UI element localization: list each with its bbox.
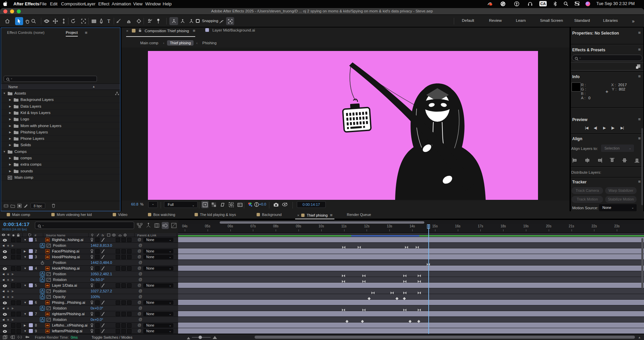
- switch-cell[interactable]: [116, 312, 120, 316]
- stopwatch-icon[interactable]: [40, 306, 45, 311]
- property-pickwhip-icon[interactable]: @: [139, 294, 142, 298]
- project-settings-icon[interactable]: [23, 204, 28, 210]
- quality-switch-icon[interactable]: [101, 249, 105, 254]
- resolution-dropdown[interactable]: Full ⌄: [164, 201, 198, 208]
- audio-cell[interactable]: [11, 255, 15, 259]
- timeline-work-area[interactable]: [178, 233, 644, 237]
- parent-link-dropdown[interactable]: None⌄: [143, 323, 173, 328]
- layer-visibility-eye-icon[interactable]: [3, 313, 7, 317]
- trash-icon[interactable]: [51, 203, 56, 210]
- switch-cell[interactable]: [121, 249, 126, 253]
- layer-row-5[interactable]: ▼5AiLayer 1/Data.ai@None⌄: [0, 283, 178, 288]
- quality-switch-icon[interactable]: [101, 312, 105, 317]
- current-time-indicator[interactable]: [428, 224, 429, 334]
- stopwatch-icon[interactable]: [40, 260, 45, 265]
- solo-cell[interactable]: [16, 300, 21, 305]
- parent-pickwhip-icon[interactable]: @: [138, 300, 141, 304]
- parent-link-dropdown[interactable]: None⌄: [143, 329, 173, 333]
- switch-cell[interactable]: [95, 323, 100, 328]
- tracker-menu-icon[interactable]: ≡: [638, 179, 641, 184]
- snap-to-features-icon[interactable]: [217, 17, 225, 25]
- chevron-right-icon[interactable]: ▶: [9, 124, 11, 127]
- pan-camera-tool[interactable]: [51, 17, 59, 25]
- quality-switch-icon[interactable]: [101, 266, 105, 271]
- search-scope-chevron-icon[interactable]: ⌄: [579, 56, 581, 59]
- sort-ascending-icon[interactable]: ▲: [92, 85, 95, 88]
- chevron-right-icon[interactable]: ▶: [9, 157, 11, 160]
- snapping-checkbox[interactable]: [196, 19, 200, 23]
- layer-duration-bar[interactable]: [178, 254, 644, 260]
- property-pickwhip-icon[interactable]: @: [139, 277, 142, 281]
- tab-composition-viewer[interactable]: × Composition Thief phising ≡: [126, 28, 195, 37]
- switch-cell[interactable]: [121, 329, 126, 333]
- parent-link-column-label[interactable]: Parent & Link: [137, 233, 156, 237]
- layer-row-9[interactable]: ▼9Aileftarm/Phishing.ai@None⌄: [0, 328, 178, 334]
- solo-cell[interactable]: [16, 283, 21, 288]
- switch-cell[interactable]: [127, 255, 131, 259]
- track-motion-button[interactable]: Track Motion: [572, 196, 603, 203]
- workspace-review[interactable]: Review: [489, 18, 502, 22]
- comp-tab-background[interactable]: Background: [257, 213, 282, 217]
- toggle-switches-modes-button[interactable]: Toggle Switches / Modes: [92, 335, 132, 339]
- exposure-value[interactable]: +0.0: [259, 202, 266, 211]
- timeline-timecode[interactable]: 0:00:14:17: [3, 221, 30, 227]
- layer-row-3[interactable]: ▼3AiHood/Phishing.ai@None⌄: [0, 254, 178, 260]
- switch-cell[interactable]: [95, 329, 100, 333]
- align-bottom-button[interactable]: [634, 158, 640, 164]
- expand-in-out-panes-icon[interactable]: [17, 335, 22, 340]
- tree-item-kid-toys-layers[interactable]: ▶Kid & toys Layers: [1, 110, 120, 116]
- parent-pickwhip-icon[interactable]: @: [138, 283, 141, 287]
- clone-stamp-tool[interactable]: [125, 17, 133, 25]
- switch-cell[interactable]: [95, 255, 100, 259]
- switch-cell[interactable]: [116, 266, 120, 271]
- tree-item-comps[interactable]: ▼Comps: [1, 149, 120, 155]
- stopwatch-icon[interactable]: [40, 277, 45, 282]
- right-panel-scrollbar[interactable]: [641, 128, 643, 205]
- view-axis-button[interactable]: [187, 17, 196, 25]
- layer-source-name[interactable]: Rightha...hishing.ai: [52, 238, 84, 242]
- chevron-right-icon[interactable]: ▶: [9, 144, 11, 147]
- menu-siri-icon[interactable]: [585, 1, 590, 7]
- comp-tab-main-comp[interactable]: Main comp: [7, 213, 30, 217]
- layer-visibility-eye-icon[interactable]: [3, 250, 7, 254]
- stopwatch-icon[interactable]: [40, 294, 45, 299]
- switch-cell[interactable]: [127, 323, 131, 328]
- previous-keyframe-icon[interactable]: ◀: [2, 307, 4, 310]
- selection-tool[interactable]: [15, 17, 23, 25]
- world-axis-button[interactable]: [178, 17, 187, 25]
- next-keyframe-icon[interactable]: ▶: [12, 307, 14, 310]
- property-name[interactable]: Rotation: [53, 278, 67, 282]
- parent-link-dropdown[interactable]: None⌄: [143, 312, 173, 316]
- property-name[interactable]: Rotation: [53, 318, 67, 322]
- menu-bluetooth-icon[interactable]: [553, 1, 557, 7]
- play-button[interactable]: ▶: [603, 126, 605, 130]
- stabilize-motion-button[interactable]: Stabilize Motion: [605, 196, 637, 203]
- layer-duration-bar[interactable]: [178, 283, 644, 288]
- workspace-standard[interactable]: Standard: [574, 18, 590, 22]
- timeline-navigator-bar[interactable]: [220, 221, 424, 224]
- layer-source-name[interactable]: Phising...Phishing.ai: [52, 300, 85, 304]
- layer-source-name[interactable]: Hook/Phishing.ai: [52, 266, 80, 270]
- next-keyframe-icon[interactable]: ▶: [12, 273, 14, 276]
- tab-project[interactable]: Project: [66, 31, 78, 37]
- viewer-fast-previews-icon[interactable]: [201, 201, 209, 208]
- next-keyframe-icon[interactable]: ▶: [12, 244, 14, 247]
- layer-label-color[interactable]: [29, 300, 33, 304]
- layer-source-name[interactable]: Hood/Phishing.ai: [52, 255, 80, 259]
- align-left-button[interactable]: [572, 158, 578, 164]
- zoom-in-mountain-icon[interactable]: [213, 335, 217, 340]
- parent-link-dropdown[interactable]: None⌄: [143, 266, 173, 271]
- previous-keyframe-icon[interactable]: ◀: [2, 278, 4, 281]
- close-tab-icon[interactable]: ×: [126, 29, 128, 33]
- menu-screen-mirroring-icon[interactable]: [487, 1, 493, 7]
- next-keyframe-icon[interactable]: ▶: [12, 278, 14, 281]
- chevron-down-icon[interactable]: ▼: [24, 330, 26, 333]
- info-menu-icon[interactable]: ≡: [638, 74, 641, 79]
- switch-cell[interactable]: [116, 323, 120, 328]
- eraser-tool[interactable]: [135, 17, 143, 25]
- first-frame-button[interactable]: |◀: [585, 126, 588, 130]
- layer-label-color[interactable]: [29, 266, 33, 270]
- comp-tab-thief-phising[interactable]: ×Thief phising≡: [297, 213, 332, 218]
- comp-tab-the-kid-playing-toys[interactable]: The kid playing & toys: [195, 213, 236, 217]
- comp-tab-box-watching[interactable]: Box watching: [148, 213, 175, 217]
